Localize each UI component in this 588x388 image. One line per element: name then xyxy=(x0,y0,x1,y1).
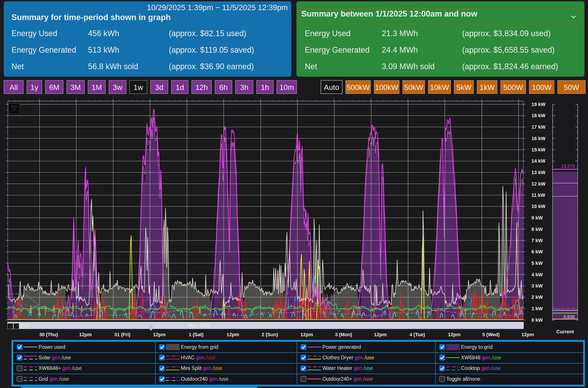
svg-text:3 kW: 3 kW xyxy=(531,283,543,289)
svg-text:12pm: 12pm xyxy=(300,332,313,337)
svg-text:16 kW: 16 kW xyxy=(531,136,545,141)
svg-text:13 kW: 13 kW xyxy=(531,170,545,175)
svg-text:0.839: 0.839 xyxy=(564,315,575,319)
svg-text:1 (Sat): 1 (Sat) xyxy=(189,332,203,337)
svg-text:12pm: 12pm xyxy=(521,332,534,337)
svg-text:31 (Fri): 31 (Fri) xyxy=(114,332,130,337)
svg-text:14 kW: 14 kW xyxy=(531,158,545,164)
svg-text:0 kW: 0 kW xyxy=(531,317,543,323)
svg-text:2 (Sun): 2 (Sun) xyxy=(262,332,278,337)
svg-text:5 kW: 5 kW xyxy=(531,260,543,266)
svg-text:5 (Wed): 5 (Wed) xyxy=(482,332,500,337)
svg-text:2025: 2025 xyxy=(19,323,30,328)
svg-text:13.273: 13.273 xyxy=(561,164,575,169)
svg-text:7 kW: 7 kW xyxy=(531,238,543,243)
svg-text:4 kW: 4 kW xyxy=(531,272,543,277)
svg-text:Current: Current xyxy=(556,329,574,335)
svg-text:10 kW: 10 kW xyxy=(531,204,545,209)
svg-text:12pm: 12pm xyxy=(153,332,166,337)
svg-text:1 kW: 1 kW xyxy=(531,306,543,311)
svg-text:30 (Thu): 30 (Thu) xyxy=(39,332,58,337)
svg-text:12 kW: 12 kW xyxy=(531,181,545,187)
svg-text:12pm: 12pm xyxy=(79,332,91,337)
svg-text:19 kW: 19 kW xyxy=(531,101,545,107)
svg-text:12pm: 12pm xyxy=(374,332,386,337)
svg-text:12pm: 12pm xyxy=(226,332,239,337)
svg-text:12pm: 12pm xyxy=(448,332,460,337)
svg-text:15 kW: 15 kW xyxy=(531,147,545,152)
svg-text:9 kW: 9 kW xyxy=(531,215,543,220)
svg-text:4 (Tue): 4 (Tue) xyxy=(410,332,425,337)
svg-text:2 kW: 2 kW xyxy=(531,294,543,300)
svg-text:18 kW: 18 kW xyxy=(531,113,545,118)
svg-text:8 kW: 8 kW xyxy=(531,226,543,232)
svg-text:17 kW: 17 kW xyxy=(531,124,545,130)
svg-text:3 (Mon): 3 (Mon) xyxy=(335,332,352,337)
svg-text:11 kW: 11 kW xyxy=(531,192,545,198)
svg-text:Nov 2025: Nov 2025 xyxy=(189,323,210,328)
svg-text:6 kW: 6 kW xyxy=(531,249,543,254)
